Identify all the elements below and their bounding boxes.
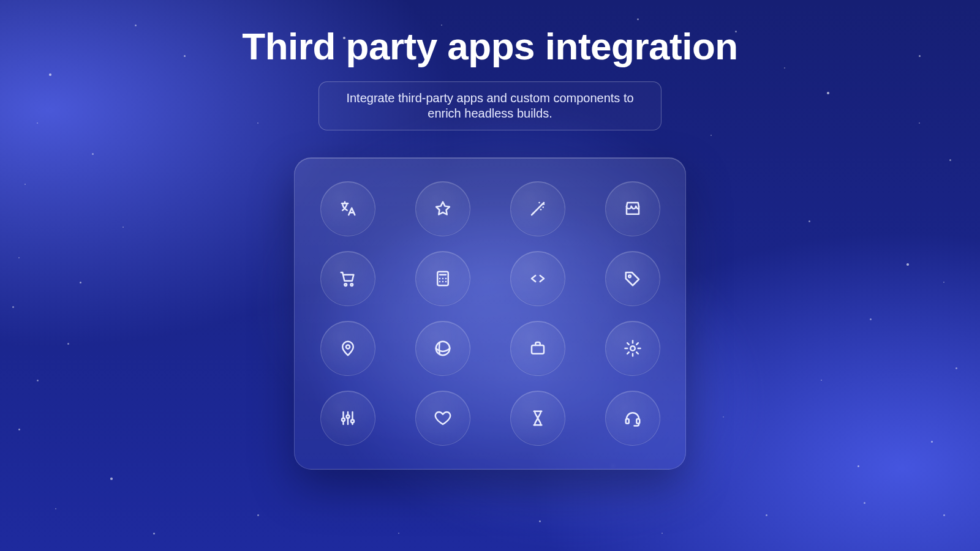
- globe-icon: [434, 339, 452, 358]
- briefcase-icon: [529, 339, 547, 358]
- integration-star-button[interactable]: [415, 181, 470, 236]
- integrations-grid: [294, 157, 686, 470]
- translate-icon: [339, 200, 357, 218]
- cart-icon: [339, 269, 357, 288]
- integration-code-button[interactable]: [510, 251, 565, 306]
- integration-globe-button[interactable]: [415, 321, 470, 376]
- storefront-icon: [624, 200, 642, 218]
- integration-calculator-button[interactable]: [415, 251, 470, 306]
- headset-icon: [624, 409, 642, 427]
- integration-headset-button[interactable]: [605, 391, 660, 446]
- page-title: Third party apps integration: [242, 24, 737, 68]
- settings-icon: [624, 339, 642, 358]
- hourglass-icon: [529, 409, 547, 427]
- integration-settings-button[interactable]: [605, 321, 660, 376]
- tag-icon: [624, 269, 642, 288]
- integration-magic-wand-button[interactable]: [510, 181, 565, 236]
- integration-storefront-button[interactable]: [605, 181, 660, 236]
- star-icon: [434, 200, 452, 218]
- integrations-hero: Third party apps integration Integrate t…: [0, 0, 980, 551]
- integration-cart-button[interactable]: [320, 251, 375, 306]
- page-subtitle: Integrate third-party apps and custom co…: [318, 81, 662, 130]
- map-pin-icon: [339, 339, 357, 358]
- heart-icon: [434, 409, 452, 427]
- code-icon: [529, 269, 547, 288]
- integration-sliders-button[interactable]: [320, 391, 375, 446]
- integration-hourglass-button[interactable]: [510, 391, 565, 446]
- integration-translate-button[interactable]: [320, 181, 375, 236]
- calculator-icon: [434, 269, 452, 288]
- magic-wand-icon: [529, 200, 547, 218]
- sliders-icon: [339, 409, 357, 427]
- integration-tag-button[interactable]: [605, 251, 660, 306]
- integration-map-pin-button[interactable]: [320, 321, 375, 376]
- integration-heart-button[interactable]: [415, 391, 470, 446]
- integration-briefcase-button[interactable]: [510, 321, 565, 376]
